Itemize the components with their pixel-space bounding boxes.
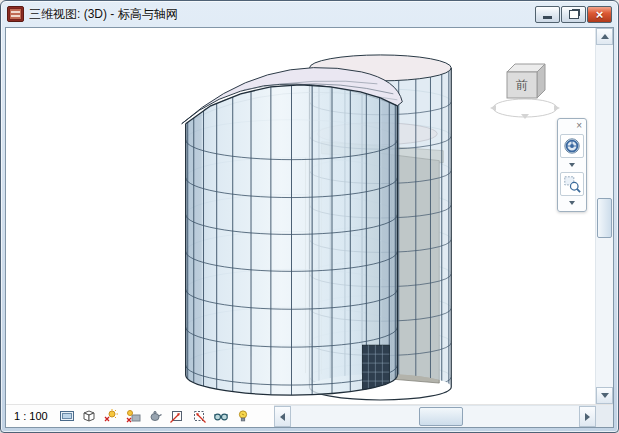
vertical-scroll-track[interactable] — [596, 45, 613, 387]
horizontal-scroll-thumb[interactable] — [419, 407, 463, 426]
restore-icon — [569, 10, 579, 19]
view-control-bar: 1 : 100 — [6, 405, 274, 427]
zoom-menu-chevron-icon[interactable] — [569, 199, 575, 207]
show-rendering-dialog-button[interactable] — [147, 408, 164, 425]
crop-view-icon — [169, 408, 185, 424]
compass-west-arrow-icon — [490, 105, 496, 111]
window-controls: × — [535, 6, 612, 23]
minimize-icon — [543, 16, 552, 19]
sun-path-icon — [103, 408, 119, 424]
revit-view-window: 三维视图: (3D) - 标高与轴网 × — [0, 0, 619, 433]
left-arrow-icon — [280, 413, 285, 421]
vertical-scroll-thumb[interactable] — [597, 198, 612, 238]
horizontal-scroll-track[interactable] — [291, 406, 579, 427]
right-arrow-icon — [585, 413, 590, 421]
navbar-close-icon[interactable]: × — [576, 121, 582, 131]
detail-level-icon — [59, 408, 75, 424]
wheel-menu-chevron-icon[interactable] — [569, 161, 575, 169]
reveal-hidden-elements-button[interactable] — [235, 408, 252, 425]
detail-level-button[interactable] — [59, 408, 76, 425]
scroll-right-button[interactable] — [579, 406, 596, 427]
compass-east-arrow-icon — [554, 105, 560, 111]
steering-wheel-button[interactable] — [560, 134, 584, 158]
vertical-scrollbar[interactable] — [595, 28, 613, 404]
crop-view-button[interactable] — [169, 408, 186, 425]
scroll-down-button[interactable] — [596, 387, 613, 404]
3d-viewport[interactable]: 前 × — [6, 28, 595, 404]
scale-control[interactable]: 1 : 100 — [14, 410, 48, 422]
lightbulb-icon — [235, 408, 251, 424]
scroll-left-button[interactable] — [274, 406, 291, 427]
rendering-dialog-icon — [147, 408, 163, 424]
3d-view-document-icon — [7, 6, 24, 22]
navigation-bar: × — [557, 118, 587, 212]
shadows-icon — [125, 408, 141, 424]
steering-wheel-icon — [563, 137, 581, 155]
resize-corner — [596, 405, 613, 427]
viewcube-front-label: 前 — [516, 78, 528, 92]
hide-isolate-glasses-icon — [213, 408, 229, 424]
zoom-button[interactable] — [560, 172, 584, 196]
title-bar[interactable]: 三维视图: (3D) - 标高与轴网 × — [1, 1, 618, 27]
shadows-button[interactable] — [125, 408, 142, 425]
crop-region-icon — [191, 408, 207, 424]
minimize-button[interactable] — [535, 6, 560, 23]
bottom-bar: 1 : 100 — [6, 404, 613, 427]
restore-button[interactable] — [561, 6, 586, 23]
view-cube[interactable]: 前 — [486, 56, 564, 128]
temporary-hide-isolate-button[interactable] — [213, 408, 230, 425]
zoom-icon — [563, 175, 581, 193]
close-icon: × — [596, 8, 604, 21]
visual-style-button[interactable] — [81, 408, 98, 425]
down-arrow-icon — [601, 393, 609, 398]
visual-style-icon — [81, 408, 97, 424]
up-arrow-icon — [601, 34, 609, 39]
window-title: 三维视图: (3D) - 标高与轴网 — [29, 6, 530, 23]
horizontal-scrollbar[interactable] — [274, 405, 596, 427]
sun-path-button[interactable] — [103, 408, 120, 425]
client-area: 前 × — [5, 27, 614, 428]
show-crop-region-button[interactable] — [191, 408, 208, 425]
scroll-up-button[interactable] — [596, 28, 613, 45]
close-button[interactable]: × — [587, 6, 612, 23]
